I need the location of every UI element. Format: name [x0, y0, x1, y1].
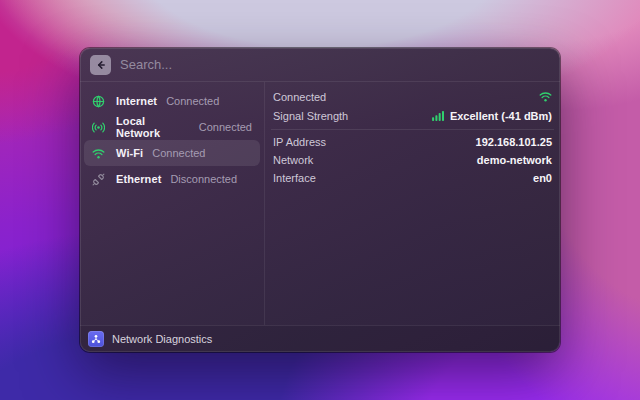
detail-value: en0	[533, 172, 552, 184]
signal-strength-text: Excellent (-41 dBm)	[450, 110, 552, 122]
signal-bars-icon	[432, 110, 445, 121]
sidebar-item-status: Connected	[199, 121, 252, 133]
detail-rows: IP Address192.168.101.25Networkdemo-netw…	[273, 133, 552, 187]
sidebar-item-label: Internet	[116, 95, 157, 107]
detail-value: demo-network	[477, 154, 552, 166]
search-bar	[80, 48, 560, 82]
sidebar-item-status: Connected	[166, 95, 219, 107]
sidebar-item-label: Ethernet	[116, 173, 161, 185]
sidebar-item-label: Local Network	[116, 115, 190, 139]
sidebar-item-local-network[interactable]: Local NetworkConnected	[84, 114, 260, 140]
broadcast-icon	[92, 121, 105, 134]
window-footer: Network Diagnostics	[80, 325, 560, 352]
signal-strength-row: Signal Strength Excellent (-41 dBm)	[273, 106, 552, 125]
detail-label: Interface	[273, 172, 316, 184]
arrow-left-icon	[95, 59, 107, 71]
wifi-icon	[92, 147, 105, 160]
globe-icon	[92, 95, 105, 108]
sidebar-item-status: Disconnected	[170, 173, 237, 185]
connection-status-row: Connected	[273, 87, 552, 106]
wifi-icon	[539, 90, 552, 103]
window-body: InternetConnectedLocal NetworkConnectedW…	[80, 82, 560, 325]
detail-row-ip-address: IP Address192.168.101.25	[273, 133, 552, 151]
sidebar: InternetConnectedLocal NetworkConnectedW…	[80, 82, 265, 325]
detail-label: IP Address	[273, 136, 326, 148]
signal-strength-value: Excellent (-41 dBm)	[432, 110, 552, 122]
desktop-wallpaper: InternetConnectedLocal NetworkConnectedW…	[0, 0, 640, 400]
network-diagnostics-window: InternetConnectedLocal NetworkConnectedW…	[80, 48, 560, 352]
back-button[interactable]	[90, 55, 111, 75]
sidebar-item-internet[interactable]: InternetConnected	[84, 88, 260, 114]
sidebar-item-label: Wi-Fi	[116, 147, 143, 159]
sidebar-item-ethernet[interactable]: EthernetDisconnected	[84, 166, 260, 192]
details-panel: Connected Signal Strength	[265, 82, 560, 325]
connection-status-label: Connected	[273, 91, 326, 103]
detail-row-network: Networkdemo-network	[273, 151, 552, 169]
detail-row-interface: Interfaceen0	[273, 169, 552, 187]
sidebar-item-status: Connected	[152, 147, 205, 159]
sidebar-item-wi-fi[interactable]: Wi-FiConnected	[84, 140, 260, 166]
network-nodes-icon	[88, 331, 104, 347]
search-input[interactable]	[120, 57, 550, 72]
plug-icon	[92, 173, 105, 186]
detail-label: Network	[273, 154, 313, 166]
details-divider	[271, 129, 554, 130]
signal-strength-label: Signal Strength	[273, 110, 348, 122]
detail-value: 192.168.101.25	[476, 136, 552, 148]
footer-app-name: Network Diagnostics	[112, 333, 212, 345]
